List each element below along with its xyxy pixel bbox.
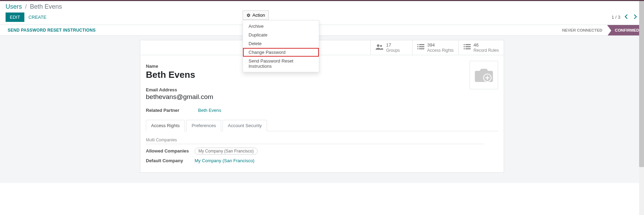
svg-rect-9 <box>465 44 471 45</box>
pager-text: 1 / 3 <box>612 15 620 20</box>
tab-content-access-rights: Multi Companies Allowed Companies My Com… <box>146 131 498 163</box>
main-area: 17 Groups 394 Access Rights 46 <box>0 36 644 183</box>
email-label: Email Address <box>146 87 498 92</box>
action-dropdown-container: Action Archive Duplicate Delete Change P… <box>243 10 269 20</box>
svg-rect-8 <box>464 44 465 45</box>
stat-rules-label: Record Rules <box>473 48 499 53</box>
chevron-right-icon <box>634 14 637 19</box>
send-password-reset-button[interactable]: SEND PASSWORD RESET INSTRUCTIONS <box>0 25 103 35</box>
list-icon <box>417 44 424 51</box>
form-sheet: 17 Groups 394 Access Rights 46 <box>140 40 504 173</box>
breadcrumb-current: Beth Evens <box>30 3 62 10</box>
gear-icon <box>246 13 251 17</box>
camera-plus-icon <box>474 67 494 83</box>
menu-send-reset[interactable]: Send Password Reset Instructions <box>243 57 319 71</box>
svg-rect-13 <box>465 48 471 49</box>
svg-rect-10 <box>464 46 465 47</box>
svg-rect-6 <box>417 48 418 49</box>
breadcrumb-root-link[interactable]: Users <box>6 3 22 10</box>
partner-link[interactable]: Beth Evens <box>198 108 221 113</box>
name-value: Beth Evens <box>146 69 498 80</box>
toolbar: EDIT CREATE Action Archive Duplicate Del… <box>0 11 644 25</box>
svg-rect-7 <box>419 48 424 49</box>
default-company-link[interactable]: My Company (San Francisco) <box>195 158 254 163</box>
action-dropdown-button[interactable]: Action <box>243 10 269 20</box>
edit-button[interactable]: EDIT <box>6 13 24 22</box>
pager-prev-button[interactable] <box>623 14 629 21</box>
create-button[interactable]: CREATE <box>24 13 51 22</box>
stat-button-row: 17 Groups 394 Access Rights 46 <box>140 40 504 55</box>
svg-rect-4 <box>417 46 418 47</box>
partner-label: Related Partner <box>146 108 179 113</box>
svg-rect-12 <box>464 48 465 49</box>
status-bar: SEND PASSWORD RESET INSTRUCTIONS NEVER C… <box>0 25 644 36</box>
name-label: Name <box>146 64 498 69</box>
chevron-left-icon <box>625 14 628 19</box>
action-label: Action <box>252 13 265 18</box>
menu-delete[interactable]: Delete <box>243 39 319 48</box>
svg-point-0 <box>377 44 379 47</box>
stat-groups-count: 17 <box>386 42 400 48</box>
menu-change-password[interactable]: Change Password <box>243 48 319 57</box>
breadcrumb-separator: / <box>25 3 27 10</box>
svg-rect-11 <box>465 46 471 47</box>
allowed-companies-label: Allowed Companies <box>146 148 195 154</box>
default-company-field: Default Company My Company (San Francisc… <box>146 158 498 163</box>
menu-duplicate[interactable]: Duplicate <box>243 31 319 39</box>
pager: 1 / 3 <box>612 14 638 21</box>
list-icon <box>464 44 471 51</box>
allowed-company-tag[interactable]: My Company (San Francisco) <box>195 148 258 155</box>
pager-next-button[interactable] <box>632 14 638 21</box>
form-body: Name Beth Evens Email Address bethevans@… <box>140 55 504 172</box>
section-multi-companies: Multi Companies <box>146 138 484 144</box>
tab-account-security[interactable]: Account Security <box>222 120 267 131</box>
stat-access-count: 394 <box>427 42 454 48</box>
tab-preferences[interactable]: Preferences <box>186 120 221 131</box>
tab-access-rights[interactable]: Access Rights <box>146 120 185 131</box>
status-never-connected[interactable]: NEVER CONNECTED <box>557 25 607 35</box>
scrollbar-thumb[interactable] <box>639 1 644 167</box>
users-icon <box>376 44 383 51</box>
stat-groups-label: Groups <box>386 48 400 53</box>
default-company-label: Default Company <box>146 158 195 163</box>
svg-rect-5 <box>419 46 424 47</box>
menu-archive[interactable]: Archive <box>243 22 319 31</box>
svg-point-1 <box>380 45 382 47</box>
stat-access-rights-button[interactable]: 394 Access Rights <box>412 40 458 55</box>
vertical-scrollbar[interactable] <box>639 1 644 183</box>
avatar-placeholder[interactable] <box>470 61 498 89</box>
related-partner-field: Related Partner Beth Evens <box>146 108 498 113</box>
breadcrumb: Users / Beth Evens <box>6 3 638 10</box>
action-dropdown-menu: Archive Duplicate Delete Change Password… <box>243 20 319 72</box>
svg-rect-2 <box>417 44 418 45</box>
stat-rules-count: 46 <box>473 42 499 48</box>
status-steps: NEVER CONNECTED CONFIRMED <box>557 25 644 35</box>
status-confirmed[interactable]: CONFIRMED <box>607 25 644 35</box>
tabs: Access Rights Preferences Account Securi… <box>146 120 498 131</box>
stat-groups-button[interactable]: 17 Groups <box>370 40 412 55</box>
email-value: bethevans@gmail.com <box>146 93 498 101</box>
svg-rect-3 <box>419 44 424 45</box>
stat-access-label: Access Rights <box>427 48 454 53</box>
breadcrumb-row: Users / Beth Evens <box>0 1 644 11</box>
allowed-companies-field: Allowed Companies My Company (San Franci… <box>146 148 498 155</box>
stat-record-rules-button[interactable]: 46 Record Rules <box>458 40 504 55</box>
